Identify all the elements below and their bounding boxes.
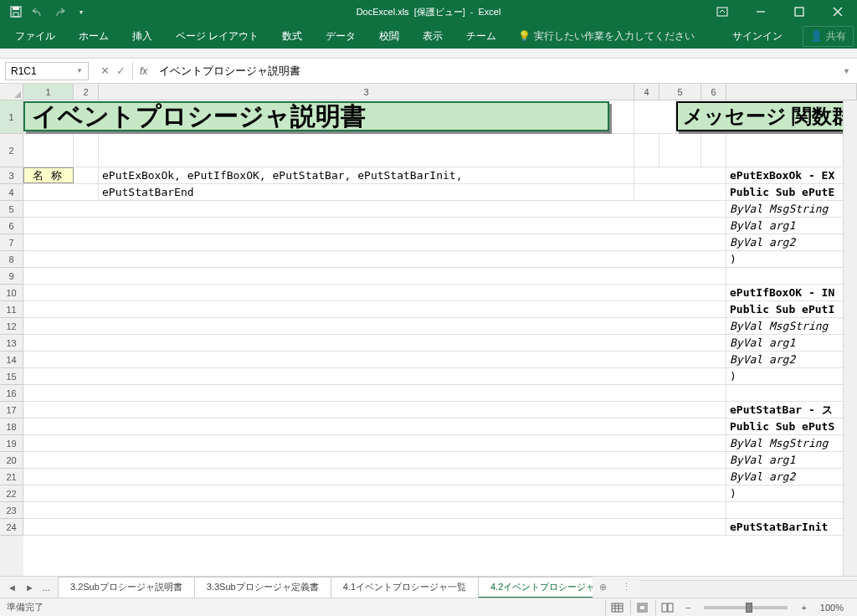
formula-expand-icon[interactable]: ▼ <box>836 67 857 75</box>
tell-me-search[interactable]: 💡 実行したい作業を入力してください <box>508 29 705 44</box>
cell[interactable] <box>23 318 726 334</box>
share-button[interactable]: 👤 共有 <box>803 26 854 47</box>
qat-dropdown-icon[interactable]: ▾ <box>72 3 90 21</box>
zoom-level[interactable]: 100% <box>813 603 850 613</box>
tab-formulas[interactable]: 数式 <box>270 23 314 49</box>
cell[interactable] <box>726 502 857 518</box>
cell[interactable]: ePutStatBarEnd <box>99 184 634 200</box>
sheet-tab[interactable]: 4.1イベントプロシージャ一覧 <box>331 577 479 598</box>
cell[interactable] <box>23 485 726 501</box>
cell[interactable] <box>23 251 726 267</box>
cell[interactable] <box>23 352 726 367</box>
cell[interactable] <box>99 134 634 167</box>
cell[interactable] <box>23 268 726 284</box>
sheet-nav-first-icon[interactable]: ◄ <box>5 581 19 594</box>
cell[interactable] <box>23 184 99 200</box>
row-header[interactable]: 2 <box>0 134 23 167</box>
cell[interactable] <box>23 402 726 418</box>
tab-home[interactable]: ホーム <box>67 23 121 49</box>
cell[interactable]: ePutExBoxOk - EX <box>726 167 857 183</box>
cell[interactable] <box>726 134 857 167</box>
spreadsheet-grid[interactable]: 1 2 3 4 5 6 1 2 3 4 5 6 7 8 9 10 11 12 1… <box>0 84 857 576</box>
label-cell[interactable]: 名 称 <box>23 167 74 183</box>
zoom-in-button[interactable]: + <box>796 603 811 613</box>
cells-area[interactable]: イベントプロシージャ説明書 メッセージ 関数群 名 称 ePutExBoxOk,… <box>23 100 857 576</box>
cell[interactable]: ByVal arg2 <box>726 352 857 367</box>
cell[interactable]: ePutExBoxOk, ePutIfBoxOK, ePutStatBar, e… <box>99 167 634 183</box>
row-header[interactable]: 15 <box>0 368 23 385</box>
cell[interactable] <box>74 134 99 167</box>
cell[interactable] <box>23 385 726 401</box>
cell[interactable]: ePutIfBoxOK - IN <box>726 285 857 300</box>
zoom-out-button[interactable]: − <box>680 603 695 613</box>
page-layout-view-icon[interactable] <box>630 600 654 615</box>
cell[interactable]: Public Sub ePutI <box>726 301 857 317</box>
row-header[interactable]: 18 <box>0 418 23 435</box>
row-header[interactable]: 9 <box>0 268 23 285</box>
redo-icon[interactable] <box>50 3 69 21</box>
cell[interactable] <box>23 368 726 384</box>
cell[interactable]: ) <box>726 251 857 267</box>
row-header[interactable]: 16 <box>0 385 23 402</box>
minimize-button[interactable] <box>742 0 780 23</box>
cell[interactable]: ) <box>726 485 857 501</box>
cell[interactable] <box>634 100 676 133</box>
row-header[interactable]: 21 <box>0 469 23 485</box>
page-title[interactable]: イベントプロシージャ説明書 <box>23 101 609 131</box>
name-box-dropdown-icon[interactable]: ▼ <box>76 67 83 74</box>
row-header[interactable]: 13 <box>0 335 23 352</box>
cell[interactable]: ePutStatBar - ス <box>726 402 857 418</box>
maximize-button[interactable] <box>780 0 819 23</box>
cell[interactable] <box>74 167 99 183</box>
tab-file[interactable]: ファイル <box>3 23 67 49</box>
cell[interactable]: ByVal arg2 <box>726 469 857 485</box>
sheet-tab[interactable]: 3.3Subプロシージャ定義書 <box>194 577 331 598</box>
cell[interactable] <box>23 469 726 485</box>
add-sheet-button[interactable]: ⊕ <box>593 578 613 596</box>
cell[interactable] <box>23 201 726 217</box>
row-header[interactable]: 24 <box>0 519 23 536</box>
save-icon[interactable] <box>7 3 25 21</box>
cell[interactable]: Public Sub ePutS <box>726 418 857 434</box>
row-header[interactable]: 12 <box>0 318 23 335</box>
cell[interactable] <box>23 335 726 351</box>
cell[interactable]: Public Sub ePutE <box>726 184 857 200</box>
page-break-view-icon[interactable] <box>655 600 679 615</box>
cell[interactable] <box>659 134 701 167</box>
select-all-button[interactable] <box>0 84 23 100</box>
cell[interactable] <box>23 418 726 434</box>
cell[interactable] <box>23 234 726 250</box>
sheet-nav-more[interactable]: ... <box>40 581 53 594</box>
ribbon-options-button[interactable] <box>703 0 742 23</box>
cell[interactable] <box>701 134 726 167</box>
row-header[interactable]: 4 <box>0 184 23 201</box>
row-header[interactable]: 5 <box>0 201 23 218</box>
enter-formula-icon[interactable]: ✓ <box>116 64 126 77</box>
cell[interactable]: ePutStatBarInit <box>726 519 857 535</box>
tab-page-layout[interactable]: ページ レイアウト <box>164 23 270 49</box>
close-button[interactable] <box>819 0 857 23</box>
row-header[interactable]: 14 <box>0 352 23 368</box>
row-header[interactable]: 22 <box>0 485 23 502</box>
tab-team[interactable]: チーム <box>454 23 508 49</box>
side-title[interactable]: メッセージ 関数群 <box>676 101 857 131</box>
cell[interactable]: ByVal MsgString <box>726 435 857 451</box>
fx-icon[interactable]: fx <box>133 65 154 77</box>
col-header[interactable]: 4 <box>634 84 659 100</box>
sheet-menu-icon[interactable]: ⋮ <box>613 578 639 596</box>
tab-data[interactable]: データ <box>314 23 367 49</box>
cancel-formula-icon[interactable]: ✕ <box>100 64 110 77</box>
cell[interactable] <box>23 502 726 518</box>
tab-review[interactable]: 校閲 <box>367 23 411 49</box>
row-header[interactable]: 20 <box>0 452 23 469</box>
cell[interactable] <box>23 519 726 535</box>
col-header[interactable]: 5 <box>659 84 701 100</box>
cell[interactable] <box>23 218 726 234</box>
cell[interactable] <box>726 268 857 284</box>
formula-input[interactable] <box>154 62 836 80</box>
cell[interactable] <box>23 285 726 300</box>
row-header[interactable]: 6 <box>0 218 23 234</box>
cell[interactable] <box>609 100 634 133</box>
cell[interactable] <box>23 435 726 451</box>
col-header[interactable] <box>726 84 857 100</box>
